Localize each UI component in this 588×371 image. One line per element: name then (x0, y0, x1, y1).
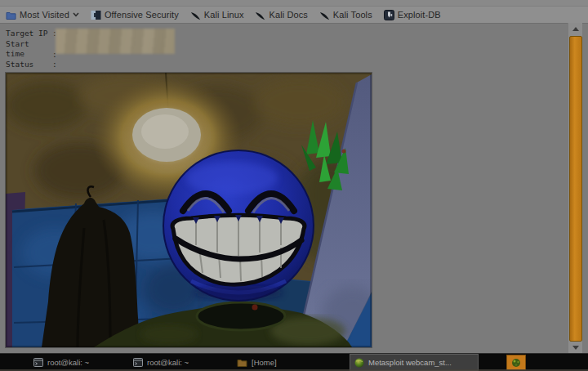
bookmark-exploit-db[interactable]: Exploit-DB (384, 10, 441, 20)
bookmark-kali-linux[interactable]: Kali Linux (190, 10, 244, 20)
webcam-stream-image (6, 73, 372, 347)
terminal-icon (133, 358, 143, 367)
webcam-scene (6, 73, 372, 347)
status-row-status: Status: (6, 60, 57, 70)
collar (197, 302, 285, 330)
page-content: Target IP: Start time: Status: (0, 25, 588, 353)
status-block: Target IP: Start time: Status: (6, 29, 57, 69)
status-label: Target IP (6, 29, 52, 39)
bookmark-label: Kali Linux (204, 10, 244, 20)
vertical-scrollbar[interactable] (568, 23, 582, 353)
bookmark-most-visited[interactable]: Most Visited (6, 10, 79, 20)
bookmark-label: Most Visited (20, 10, 69, 20)
bookmark-label: Exploit-DB (398, 10, 441, 20)
bookmarks-toolbar: Most Visited Offensive Security Kali Lin… (0, 7, 588, 24)
scroll-up-button[interactable] (568, 23, 582, 34)
exploit-db-logo-icon (384, 10, 394, 20)
taskbar-item-label: [Home] (252, 358, 277, 367)
arrow-up-icon (572, 27, 579, 31)
folder-icon (6, 11, 16, 20)
folder-icon (237, 358, 247, 367)
face-highlight (186, 162, 278, 194)
taskbar-item-label: Metasploit webcam_st... (368, 358, 452, 367)
browser-globe-icon (354, 358, 364, 368)
taskbar-item-label: root@kali: ~ (47, 358, 89, 367)
taskbar-item-home[interactable]: [Home] (233, 355, 323, 369)
taskbar-item-label: root@kali: ~ (147, 358, 189, 367)
taskbar-item-metasploit-webcam[interactable]: Metasploit webcam_st... (350, 354, 479, 371)
browser-chrome-edge (0, 0, 588, 7)
kali-dragon-icon (190, 10, 201, 20)
taskbar-item-terminal-1[interactable]: root@kali: ~ (29, 355, 129, 369)
bookmark-label: Kali Docs (269, 10, 307, 20)
desktop-screen: Most Visited Offensive Security Kali Lin… (0, 0, 588, 371)
status-label: Start time (6, 39, 52, 60)
orange-app-glyph (510, 357, 522, 369)
kali-dragon-icon (319, 10, 330, 20)
taskbar-item-terminal-2[interactable]: root@kali: ~ (129, 355, 229, 369)
tray-orange-app-icon[interactable] (506, 355, 526, 370)
kali-dragon-icon (255, 10, 265, 20)
scroll-down-button[interactable] (568, 342, 582, 353)
chevron-down-icon (73, 12, 79, 17)
smiley-face (163, 150, 314, 301)
bookmark-label: Offensive Security (105, 10, 179, 20)
arrow-down-icon (572, 346, 579, 350)
terminal-icon (33, 358, 43, 367)
scrollbar-thumb[interactable] (569, 36, 582, 342)
status-colon: : (52, 60, 57, 69)
bookmark-kali-tools[interactable]: Kali Tools (319, 10, 372, 20)
bookmark-kali-docs[interactable]: Kali Docs (255, 10, 307, 20)
status-row-target-ip: Target IP: (6, 29, 57, 39)
offsec-logo-icon (91, 10, 101, 20)
taskbar: root@kali: ~ root@kali: ~ [Home] Metaspl… (0, 353, 588, 371)
redacted-values-blur (56, 29, 175, 54)
status-row-start-time: Start time: (6, 39, 57, 60)
bookmark-label: Kali Tools (333, 10, 372, 20)
status-label: Status (6, 60, 52, 70)
bookmark-offensive-security[interactable]: Offensive Security (91, 10, 179, 20)
